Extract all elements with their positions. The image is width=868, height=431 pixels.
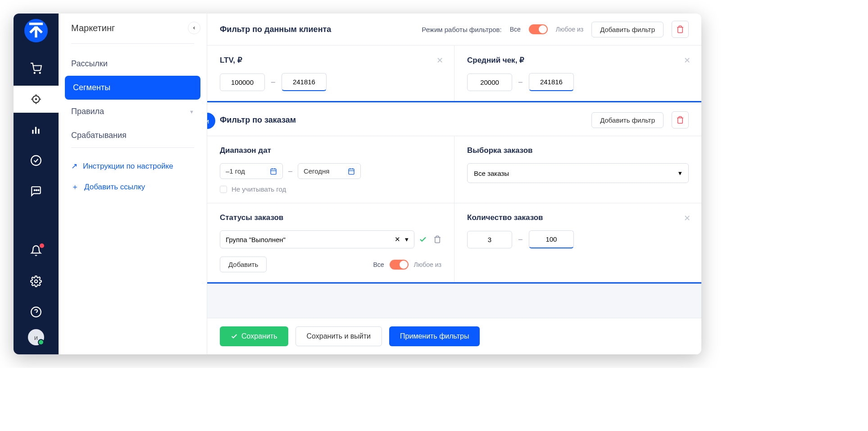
svg-point-7 <box>31 156 41 165</box>
rail-help-icon[interactable] <box>14 298 59 326</box>
app-window: и Маркетинг Рассылки Сегменты Правила▼ С… <box>14 14 701 354</box>
svg-point-9 <box>36 190 37 191</box>
save-exit-button[interactable]: Сохранить и выйти <box>295 326 382 346</box>
rail-target-icon[interactable] <box>14 86 59 113</box>
clear-icon[interactable]: ✕ <box>395 235 400 243</box>
calendar-icon <box>270 168 277 175</box>
svg-point-0 <box>34 73 35 73</box>
section-title: Фильтр по данным клиента <box>220 25 331 34</box>
remove-filter-button[interactable]: ✕ <box>684 213 691 223</box>
range-separator: – <box>271 78 275 86</box>
order-filter-section: Фильтр по заказам Добавить фильтр Диапаз… <box>207 104 701 284</box>
order-selection-dropdown[interactable]: Все заказы ▾ <box>467 163 689 183</box>
apply-filters-button[interactable]: Применить фильтры <box>389 326 480 346</box>
rail-cart-icon[interactable] <box>14 55 59 82</box>
count-to-input[interactable] <box>529 230 574 248</box>
date-value: Сегодня <box>304 167 330 175</box>
ltv-to-input[interactable] <box>282 73 327 91</box>
checkbox-label: Не учитывать год <box>232 185 286 193</box>
collapse-sidebar-button[interactable] <box>188 22 200 34</box>
date-from-field[interactable]: –1 год <box>220 163 283 179</box>
svg-rect-13 <box>271 169 276 174</box>
filter-label: Количество заказов <box>467 213 689 222</box>
order-selection-filter: Выборка заказов Все заказы ▾ <box>454 136 701 203</box>
link-label: Добавить ссылку <box>84 183 145 192</box>
filter-label: Диапазон дат <box>220 146 441 155</box>
nav-rassylki[interactable]: Рассылки <box>59 52 207 76</box>
divider <box>71 147 194 148</box>
svg-point-8 <box>34 190 35 191</box>
filter-mode-toggle[interactable] <box>529 24 548 34</box>
chevron-down-icon: ▼ <box>189 109 194 115</box>
confirm-button[interactable] <box>419 235 427 243</box>
client-filter-section: Фильтр по данным клиента Режим работы фи… <box>207 14 701 102</box>
add-filter-button[interactable]: Добавить фильтр <box>591 112 663 128</box>
range-separator: – <box>518 235 523 243</box>
nav-pravila[interactable]: Правила▼ <box>59 100 207 124</box>
remove-filter-button[interactable]: ✕ <box>436 55 443 65</box>
main-content: и Фильтр по данным клиента Режим работы … <box>207 14 701 354</box>
delete-section-button[interactable] <box>672 111 689 128</box>
svg-rect-4 <box>32 130 33 134</box>
section-title: Фильтр по заказам <box>220 115 296 125</box>
rail-settings-icon[interactable] <box>14 268 59 295</box>
select-value: Все заказы <box>474 170 509 177</box>
order-count-filter: Количество заказов ✕ – <box>454 203 701 282</box>
rail-chat-icon[interactable] <box>14 178 59 205</box>
delete-status-button[interactable] <box>433 235 441 243</box>
avg-from-input[interactable] <box>467 73 512 91</box>
chevron-down-icon: ▾ <box>678 169 682 177</box>
notification-dot-icon <box>40 243 44 248</box>
filter-label: Средний чек, ₽ <box>467 55 689 65</box>
external-link-icon: ↗ <box>71 161 77 171</box>
nav-segmenty[interactable]: Сегменты <box>65 76 200 100</box>
avg-to-input[interactable] <box>529 73 574 91</box>
icon-rail: и <box>14 14 59 354</box>
date-to-field[interactable]: Сегодня <box>298 163 361 179</box>
status-select[interactable]: Группа "Выполнен" ✕▾ <box>220 230 414 248</box>
sidebar-title: Маркетинг <box>71 23 115 33</box>
user-avatar[interactable]: и <box>28 329 44 345</box>
svg-rect-5 <box>35 127 36 134</box>
mode-any-label: Любое из <box>556 26 583 33</box>
date-value: –1 год <box>226 167 245 175</box>
svg-point-1 <box>40 73 41 73</box>
sidebar: Маркетинг Рассылки Сегменты Правила▼ Сра… <box>59 14 207 354</box>
ltv-from-input[interactable] <box>220 73 265 91</box>
svg-point-3 <box>36 99 36 100</box>
add-link[interactable]: ＋Добавить ссылку <box>59 176 207 197</box>
order-status-filter: Статусы заказов Группа "Выполнен" ✕▾ Доб… <box>207 203 454 282</box>
status-mode-toggle[interactable] <box>390 260 409 270</box>
delete-section-button[interactable] <box>672 21 689 38</box>
ltv-filter: LTV, ₽ ✕ – <box>207 46 454 101</box>
divider <box>71 43 194 44</box>
link-label: Инструкции по настройке <box>83 162 173 171</box>
filter-label: LTV, ₽ <box>220 55 441 65</box>
range-separator: – <box>518 78 523 86</box>
button-label: Сохранить <box>241 332 277 340</box>
filter-mode-label: Режим работы фильтров: <box>422 26 501 33</box>
nav-label: Правила <box>71 107 104 116</box>
rail-check-icon[interactable] <box>14 147 59 174</box>
ignore-year-checkbox[interactable] <box>220 186 227 193</box>
mode-all-label: Все <box>510 26 521 33</box>
calendar-icon <box>348 168 355 175</box>
range-separator: – <box>288 167 292 175</box>
add-filter-button[interactable]: Добавить фильтр <box>591 22 663 37</box>
nav-srabatyvaniya[interactable]: Срабатывания <box>59 124 207 147</box>
mode-any-label: Любое из <box>414 261 441 268</box>
chevron-down-icon: ▾ <box>405 235 409 243</box>
save-button[interactable]: Сохранить <box>220 326 288 346</box>
rail-bell-icon[interactable] <box>14 237 59 264</box>
svg-rect-6 <box>38 129 39 134</box>
logo-icon[interactable] <box>24 19 48 42</box>
status-value: Группа "Выполнен" <box>226 236 286 243</box>
plus-icon: ＋ <box>71 182 79 192</box>
add-status-button[interactable]: Добавить <box>220 257 267 272</box>
svg-rect-14 <box>349 169 354 174</box>
rail-analytics-icon[interactable] <box>14 116 59 143</box>
remove-filter-button[interactable]: ✕ <box>684 55 691 65</box>
date-range-filter: Диапазон дат –1 год – Сегодня Не учитыва… <box>207 136 454 203</box>
instructions-link[interactable]: ↗Инструкции по настройке <box>59 156 207 176</box>
count-from-input[interactable] <box>467 231 512 248</box>
